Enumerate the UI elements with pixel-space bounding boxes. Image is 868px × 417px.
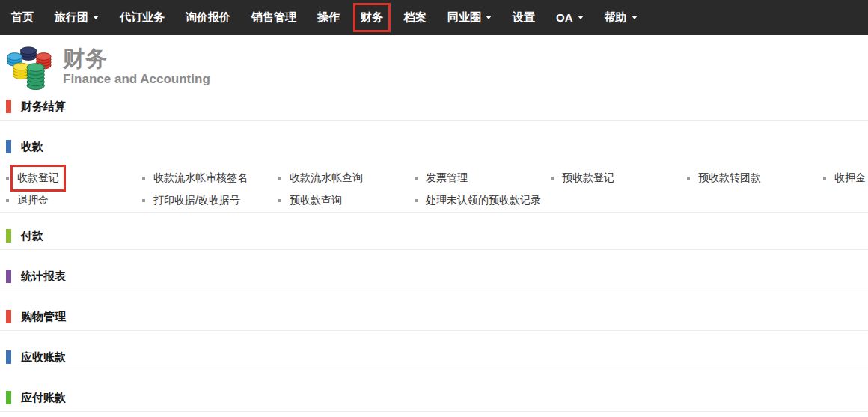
- nav-item-label: 财务: [361, 10, 383, 25]
- list-item: 收款流水帐审核签名: [142, 171, 278, 185]
- bullet-icon: [415, 177, 418, 180]
- page-title-block: 财务 Finance and Accounting: [63, 45, 210, 88]
- section-header: 统计报表: [0, 269, 868, 284]
- section-label: 应付账款: [21, 391, 66, 405]
- nav-item-settings[interactable]: 设置: [502, 0, 545, 35]
- section-color-bar: [6, 100, 11, 113]
- list-item: 发票管理: [415, 171, 551, 185]
- bullet-icon: [6, 199, 9, 202]
- nav-item-oa[interactable]: OA: [545, 0, 594, 35]
- link-payment-registration[interactable]: 收款登记: [17, 171, 59, 185]
- link-invoice-management[interactable]: 发票管理: [426, 171, 468, 185]
- nav-item-finance[interactable]: 财务: [350, 0, 394, 35]
- link-receipt-journal-query[interactable]: 收款流水帐查询: [290, 171, 363, 185]
- bullet-icon: [278, 199, 281, 202]
- bullet-icon: [551, 177, 554, 180]
- section-color-bar: [6, 350, 11, 364]
- bullet-icon: [687, 177, 690, 180]
- list-item: 退押金: [6, 194, 142, 207]
- link-collect-deposit[interactable]: 收押金: [834, 171, 866, 185]
- nav-item-sales[interactable]: 销售管理: [241, 0, 307, 35]
- nav-item-label: 代订业务: [120, 10, 165, 25]
- links-row: 退押金 打印收据/改收据号 预收款查询 处理未认领的预收款记录: [0, 189, 868, 212]
- nav-item-label: 设置: [513, 10, 535, 25]
- section-label: 财务结算: [21, 100, 66, 114]
- section-header: 购物管理: [0, 309, 868, 324]
- nav-item-label: OA: [556, 11, 573, 24]
- bullet-icon: [823, 177, 826, 180]
- section-payments: 付款: [0, 228, 868, 250]
- section-label: 收款: [21, 140, 43, 154]
- section-color-bar: [6, 229, 11, 243]
- chevron-down-icon: [486, 16, 492, 19]
- list-item: 预收款登记: [551, 171, 687, 185]
- bullet-icon: [278, 177, 281, 180]
- list-item: 预收款转团款: [687, 171, 823, 185]
- nav-item-help[interactable]: 帮助: [594, 0, 648, 35]
- section-header: 应收账款: [0, 350, 868, 365]
- section-statistics-reports: 统计报表: [0, 269, 868, 290]
- link-handle-unclaimed-advance-records[interactable]: 处理未认领的预收款记录: [426, 194, 541, 207]
- nav-item-label: 旅行团: [55, 10, 88, 25]
- nav-item-label: 操作: [317, 10, 340, 25]
- link-refund-deposit[interactable]: 退押金: [17, 194, 49, 207]
- bullet-icon: [142, 199, 145, 202]
- top-navigation: 首页 旅行团 代订业务 询价报价 销售管理 操作 财务 档案 同业圈 设置 OA…: [0, 0, 868, 35]
- list-item: 收押金: [823, 171, 868, 185]
- link-advance-payment-registration[interactable]: 预收款登记: [562, 171, 614, 185]
- section-header: 收款: [0, 139, 868, 154]
- bullet-icon: [415, 199, 418, 202]
- nav-item-tours[interactable]: 旅行团: [44, 0, 109, 35]
- section-accounts-payable: 应付账款: [0, 390, 868, 412]
- nav-item-booking-agency[interactable]: 代订业务: [109, 0, 175, 35]
- chevron-down-icon: [632, 16, 638, 19]
- section-header: 财务结算: [0, 99, 868, 114]
- section-receipts: 收款 收款登记 收款流水帐审核签名 收款流水帐查询 发票管理 预收款登记 预收款…: [0, 139, 868, 213]
- list-item: 打印收据/改收据号: [142, 194, 278, 207]
- list-item: 收款流水帐查询: [278, 171, 415, 185]
- link-advance-to-tour-payment[interactable]: 预收款转团款: [698, 171, 761, 185]
- page-subtitle: Finance and Accounting: [63, 70, 210, 88]
- nav-item-peer-circle[interactable]: 同业圈: [437, 0, 502, 35]
- bullet-icon: [142, 177, 145, 180]
- list-item: 收款登记: [6, 171, 142, 185]
- nav-item-archives[interactable]: 档案: [394, 0, 437, 35]
- chevron-down-icon: [578, 16, 584, 19]
- nav-item-label: 帮助: [605, 10, 627, 25]
- link-print-receipt-change-number[interactable]: 打印收据/改收据号: [153, 194, 240, 207]
- section-label: 购物管理: [21, 310, 66, 324]
- section-color-bar: [6, 310, 11, 323]
- nav-item-label: 销售管理: [251, 10, 296, 25]
- coin-stacks-icon: [6, 45, 52, 91]
- nav-item-label: 同业圈: [447, 10, 481, 25]
- nav-item-operations[interactable]: 操作: [307, 0, 350, 35]
- section-color-bar: [6, 140, 11, 153]
- section-color-bar: [6, 270, 11, 283]
- section-accounts-receivable: 应收账款: [0, 350, 868, 371]
- link-advance-payment-query[interactable]: 预收款查询: [290, 194, 342, 207]
- section-label: 付款: [21, 229, 43, 243]
- section-label: 统计报表: [21, 270, 66, 284]
- section-header: 应付账款: [0, 390, 868, 405]
- nav-item-label: 档案: [404, 10, 427, 25]
- page-header: 财务 Finance and Accounting: [0, 35, 868, 99]
- bullet-icon: [6, 177, 9, 180]
- section-header: 付款: [0, 228, 868, 243]
- nav-item-label: 询价报价: [186, 10, 230, 25]
- links-row: 收款登记 收款流水帐审核签名 收款流水帐查询 发票管理 预收款登记 预收款转团款…: [0, 167, 868, 189]
- nav-item-quotation[interactable]: 询价报价: [175, 0, 241, 35]
- page-title: 财务: [63, 46, 210, 70]
- finance-menu: 财务结算 收款 收款登记 收款流水帐审核签名 收款流水帐查询 发票管理 预收款登…: [0, 99, 868, 412]
- section-color-bar: [6, 391, 11, 404]
- chevron-down-icon: [93, 16, 99, 19]
- section-label: 应收账款: [21, 350, 66, 365]
- section-financial-settlement: 财务结算: [0, 99, 868, 121]
- nav-item-home[interactable]: 首页: [1, 0, 44, 35]
- list-item: 预收款查询: [278, 194, 415, 207]
- list-item: 处理未认领的预收款记录: [415, 194, 551, 207]
- link-receipt-journal-audit-sign[interactable]: 收款流水帐审核签名: [153, 171, 248, 185]
- section-shopping-management: 购物管理: [0, 309, 868, 331]
- nav-item-label: 首页: [11, 10, 34, 25]
- receipts-links: 收款登记 收款流水帐审核签名 收款流水帐查询 发票管理 预收款登记 预收款转团款…: [0, 167, 868, 212]
